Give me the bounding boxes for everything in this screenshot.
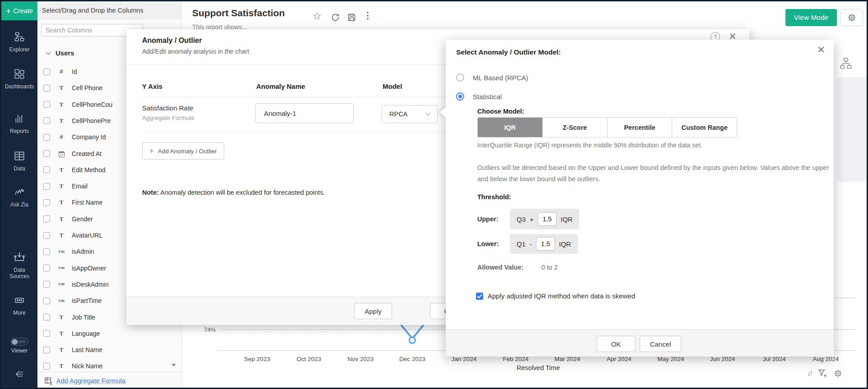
- favorite-star-icon[interactable]: ☆: [313, 10, 322, 22]
- sidebar-item-ask-zia[interactable]: Ask Zia: [1, 186, 37, 208]
- x-tick-label: Apr 2024: [598, 356, 640, 362]
- tab-percentile[interactable]: Percentile: [607, 118, 672, 137]
- field-checkbox[interactable]: [43, 199, 50, 206]
- viewer-toggle[interactable]: OFF: [10, 338, 28, 346]
- close-icon[interactable]: ✕: [817, 44, 825, 56]
- toggle-knob: [12, 339, 18, 345]
- field-checkbox[interactable]: [43, 166, 50, 173]
- field-checkbox[interactable]: [43, 85, 50, 92]
- field-checkbox[interactable]: [43, 117, 50, 124]
- skew-checkbox[interactable]: [476, 293, 483, 300]
- sidebar-item-reports[interactable]: Reports: [1, 113, 37, 134]
- lower-operator: -: [530, 240, 532, 248]
- field-row[interactable]: TLanguage: [37, 327, 181, 340]
- date-type-icon: 17: [55, 150, 67, 158]
- field-name: CellPhonePre: [72, 117, 111, 124]
- tab-custom-range[interactable]: Custom Range: [672, 118, 737, 137]
- sidebar-item-data-sources[interactable]: Data Sources: [1, 251, 37, 279]
- data-icon: [14, 156, 25, 163]
- x-axis-left: [218, 350, 446, 351]
- field-checkbox[interactable]: [43, 330, 50, 337]
- text-type-icon: T: [55, 166, 67, 174]
- skew-checkbox-label[interactable]: Apply adjusted IQR method when data is s…: [488, 292, 635, 300]
- columns-panel-header: Select/Drag and Drop the Columns: [37, 1, 181, 19]
- lower-value-input[interactable]: [536, 237, 555, 251]
- create-button[interactable]: + Create: [1, 1, 37, 20]
- tab-iqr[interactable]: IQR: [478, 118, 542, 137]
- model-dropdown[interactable]: RPCA: [382, 105, 438, 123]
- threshold-label: Threshold:: [477, 193, 511, 201]
- field-checkbox[interactable]: [43, 281, 50, 288]
- boolean-type-icon: Y/N: [55, 282, 67, 286]
- users-group-toggle[interactable]: Users: [46, 49, 74, 57]
- add-aggregate-formula-link[interactable]: Add Aggregate Formula: [56, 377, 125, 384]
- field-checkbox[interactable]: [43, 69, 50, 75]
- sidebar-item-label: Ask Zia: [1, 201, 37, 208]
- field-checkbox[interactable]: [43, 183, 50, 190]
- refresh-icon[interactable]: [331, 13, 340, 22]
- x-tick-label: Dec 2023: [391, 356, 434, 362]
- field-checkbox[interactable]: [43, 232, 50, 239]
- apply-button[interactable]: Apply: [354, 303, 392, 319]
- add-anomaly-label: Add Anomaly / Outlier: [158, 148, 217, 155]
- add-anomaly-button[interactable]: + Add Anomaly / Outlier: [142, 142, 224, 160]
- text-type-icon: T: [55, 199, 67, 206]
- field-name: Gender: [72, 215, 93, 223]
- text-type-icon: T: [55, 117, 67, 124]
- save-icon[interactable]: [347, 13, 356, 22]
- tab-z-score[interactable]: Z-Score: [542, 118, 607, 137]
- radio-ml-based-label[interactable]: ML Based (RPCA): [473, 74, 528, 82]
- field-name: isDeskAdmin: [72, 281, 109, 288]
- ok-button[interactable]: OK: [597, 336, 635, 352]
- field-checkbox[interactable]: [43, 265, 50, 271]
- more-menu-kebab-icon[interactable]: ⋮: [363, 10, 372, 21]
- chart-type-sitemap-icon[interactable]: [840, 57, 852, 70]
- column-header-model: Model: [383, 82, 402, 90]
- settings-gear-button[interactable]: [840, 9, 863, 26]
- users-group-label: Users: [55, 49, 74, 57]
- sidebar-item-dashboards[interactable]: Dashboards: [1, 68, 37, 90]
- toggle-state-label: OFF: [18, 340, 26, 344]
- dialog-title: Anomaly / Outlier: [142, 37, 202, 45]
- field-checkbox[interactable]: [43, 101, 50, 108]
- upper-base: Q3: [517, 215, 526, 223]
- field-checkbox[interactable]: [43, 248, 50, 255]
- sort-icon[interactable]: ↓↑: [807, 369, 812, 377]
- field-checkbox[interactable]: [43, 150, 50, 157]
- sidebar-item-label: Data Sources: [1, 267, 37, 279]
- radio-statistical[interactable]: [456, 92, 464, 101]
- text-type-icon: T: [55, 183, 67, 190]
- field-checkbox[interactable]: [43, 297, 50, 304]
- report-title: Support Satisfaction: [192, 8, 285, 18]
- plus-icon: +: [6, 7, 11, 15]
- field-checkbox[interactable]: [43, 134, 50, 141]
- upper-value-input[interactable]: [538, 212, 557, 226]
- radio-ml-based[interactable]: [456, 73, 464, 82]
- x-tick-label: Nov 2023: [339, 356, 382, 362]
- field-checkbox[interactable]: [43, 363, 50, 370]
- app-window: 74% Sep 2023Oct 2023Nov 2023Dec 2023Jan …: [0, 0, 868, 389]
- filter-add-icon[interactable]: [817, 368, 827, 378]
- collapse-sidebar-button[interactable]: [1, 369, 37, 381]
- sidebar-item-explorer[interactable]: Explorer: [1, 31, 37, 53]
- radio-statistical-label[interactable]: Statistical: [473, 93, 502, 101]
- field-checkbox[interactable]: [43, 215, 50, 222]
- field-checkbox[interactable]: [43, 347, 50, 353]
- view-mode-button[interactable]: View Mode: [785, 9, 837, 26]
- field-checkbox[interactable]: [43, 314, 50, 320]
- chart-settings-gear-icon[interactable]: [833, 369, 843, 378]
- left-nav-sidebar: + Create ExplorerDashboardsReportsDataAs…: [1, 1, 37, 388]
- field-row[interactable]: TNick Name: [37, 359, 181, 373]
- sidebar-item-more[interactable]: More: [1, 294, 37, 316]
- note-label: Note:: [142, 189, 159, 196]
- text-type-icon: T: [55, 346, 67, 353]
- anomaly-name-input[interactable]: [255, 103, 354, 123]
- sidebar-item-data[interactable]: Data: [1, 150, 37, 172]
- number-type-icon: #: [55, 69, 67, 75]
- cancel-button[interactable]: Cancel: [640, 336, 681, 352]
- boolean-type-icon: Y/N: [55, 266, 67, 270]
- scroll-down-arrow[interactable]: [171, 364, 176, 366]
- sidebar-item-viewer[interactable]: OFF Viewer: [1, 338, 37, 354]
- field-name: Email: [72, 183, 88, 190]
- field-row[interactable]: TLast Name: [37, 343, 181, 357]
